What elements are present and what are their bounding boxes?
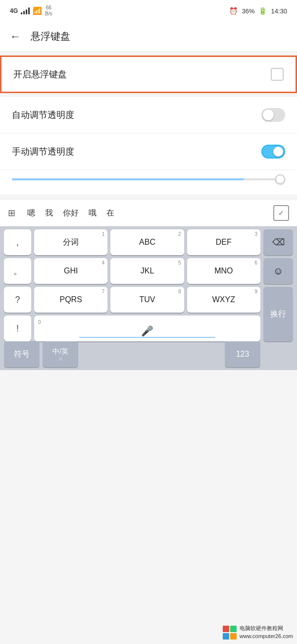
setting-row-enable-floating[interactable]: 开启悬浮键盘 <box>0 55 297 93</box>
key-label-def: DEF <box>216 238 232 247</box>
keyboard-grid: , 。 ? ! 1 <box>0 226 297 370</box>
key-def[interactable]: 3 DEF <box>187 229 260 255</box>
question-label: ? <box>15 295 20 305</box>
key-label-mno: MNO <box>214 267 233 275</box>
speed-indicator: 66 B/s <box>45 5 52 17</box>
num-switch-label: 123 <box>236 350 249 359</box>
key-num-7: 7 <box>102 289 105 294</box>
key-delete[interactable]: ⌫ <box>263 229 293 255</box>
slider-track[interactable] <box>12 178 285 180</box>
key-jkl[interactable]: 5 JKL <box>110 258 184 284</box>
enter-label: 换行 <box>270 309 286 320</box>
space-filler <box>81 341 222 367</box>
status-right: ⏰ 36% 🔋 14:30 <box>229 7 287 15</box>
key-num-3: 3 <box>254 231 257 237</box>
enable-floating-label: 开启悬浮键盘 <box>13 68 67 80</box>
keyboard-main: , 。 ? ! 1 <box>4 229 293 341</box>
key-fenci[interactable]: 1 分词 <box>34 229 107 255</box>
key-space[interactable]: 0 🎤 <box>34 316 260 341</box>
key-label-wxyz: WXYZ <box>212 295 235 304</box>
key-left-col: , 。 ? ! <box>4 229 31 341</box>
keyboard-bottom-row: 符号 中/英 Ai 123 <box>4 341 293 367</box>
lang-switch-label: 中/英 <box>52 347 68 356</box>
clock-time: 14:30 <box>271 7 287 15</box>
setting-row-auto-transparency[interactable]: 自动调节透明度 <box>0 97 297 133</box>
battery-icon: 🔋 <box>258 7 267 15</box>
ai-sublabel: Ai <box>58 356 62 361</box>
delete-icon: ⌫ <box>272 237 285 248</box>
auto-transparency-toggle[interactable] <box>261 108 285 122</box>
suggestion-bar: ⊞ 嗯 我 你好 哦 在 ✓ <box>0 200 297 226</box>
key-period[interactable]: 。 <box>4 258 31 284</box>
key-row-3: 7 PQRS 8 TUV 9 WXYZ <box>34 287 260 313</box>
alarm-icon: ⏰ <box>229 7 238 15</box>
key-label-abc: ABC <box>139 238 155 247</box>
watermark-text-block: 电脑软硬件教程网 www.computer26.com <box>240 625 293 640</box>
slider-thumb[interactable] <box>275 174 285 184</box>
suggestion-item-3[interactable]: 你好 <box>58 206 84 220</box>
signal-4g: 4G <box>10 7 18 14</box>
page-title: 悬浮键盘 <box>31 30 70 43</box>
key-num-8: 8 <box>178 289 181 294</box>
key-lang-switch[interactable]: 中/英 Ai <box>43 341 78 367</box>
slider-fill <box>12 178 244 180</box>
windows-logo <box>223 626 237 640</box>
key-label-fenci: 分词 <box>63 237 79 248</box>
key-comma[interactable]: , <box>4 229 31 255</box>
key-abc[interactable]: 2 ABC <box>110 229 184 255</box>
suggestion-item-2[interactable]: 我 <box>40 206 58 220</box>
win-tile-green <box>230 626 237 632</box>
key-label-tuv: TUV <box>139 295 155 304</box>
period-label: 。 <box>13 265 22 277</box>
keyboard-center: 1 分词 2 ABC 3 DEF <box>34 229 260 341</box>
key-row-1: 1 分词 2 ABC 3 DEF <box>34 229 260 255</box>
key-exclaim[interactable]: ! <box>4 316 31 341</box>
key-label-jkl: JKL <box>141 267 154 275</box>
back-button[interactable]: ← <box>10 30 21 43</box>
keyboard-right-col: ⌫ ☺ 换行 <box>263 229 293 341</box>
checkmark-icon: ✓ <box>278 209 284 217</box>
key-num-1: 1 <box>102 231 105 237</box>
key-mno[interactable]: 6 MNO <box>187 258 260 284</box>
watermark-site-url: www.computer26.com <box>240 633 293 640</box>
auto-transparency-label: 自动调节透明度 <box>12 109 74 121</box>
key-num-6: 6 <box>254 260 257 266</box>
wifi-icon: 📶 <box>33 6 42 15</box>
settings-content: 开启悬浮键盘 自动调节透明度 手动调节透明度 ⊞ 嗯 我 你好 哦 在 ✓ <box>0 55 297 370</box>
key-pqrs[interactable]: 7 PQRS <box>34 287 107 313</box>
win-tile-blue <box>223 633 229 640</box>
key-ghi[interactable]: 4 GHI <box>34 258 107 284</box>
status-left: 4G 📶 66 B/s <box>10 5 52 17</box>
key-num-5: 5 <box>178 260 181 266</box>
key-emoji[interactable]: ☺ <box>263 258 293 284</box>
key-tuv[interactable]: 8 TUV <box>110 287 184 313</box>
keyboard-section: ⊞ 嗯 我 你好 哦 在 ✓ , 。 <box>0 200 297 370</box>
key-num-9: 9 <box>254 289 257 294</box>
win-tile-yellow <box>230 633 237 640</box>
enable-floating-checkbox[interactable] <box>271 68 284 81</box>
key-num-switch[interactable]: 123 <box>225 341 260 367</box>
key-row-2: 4 GHI 5 JKL 6 MNO <box>34 258 260 284</box>
comma-label: , <box>16 237 19 248</box>
key-num-4: 4 <box>102 260 105 266</box>
suggestion-item-4[interactable]: 哦 <box>84 206 101 220</box>
suggestion-item-1[interactable]: 嗯 <box>22 206 40 220</box>
bottom-right-filler <box>263 341 293 367</box>
mic-icon: 🎤 <box>141 325 153 337</box>
suggestion-grid-icon[interactable]: ⊞ <box>8 208 15 218</box>
suggestion-item-5[interactable]: 在 <box>101 206 119 220</box>
setting-row-manual-transparency[interactable]: 手动调节透明度 <box>0 134 297 169</box>
watermark-site-name: 电脑软硬件教程网 <box>240 625 293 632</box>
watermark: 电脑软硬件教程网 www.computer26.com <box>223 625 293 640</box>
key-label-pqrs: PQRS <box>59 295 82 304</box>
key-enter[interactable]: 换行 <box>263 287 293 341</box>
key-symbol-switch[interactable]: 符号 <box>4 341 40 367</box>
manual-transparency-toggle[interactable] <box>261 145 285 159</box>
signal-bars <box>21 7 30 14</box>
key-question[interactable]: ? <box>4 287 31 313</box>
key-num-2: 2 <box>178 231 181 237</box>
space-underline <box>79 337 215 338</box>
key-label-ghi: GHI <box>64 267 78 275</box>
suggestion-confirm-button[interactable]: ✓ <box>273 205 289 221</box>
key-wxyz[interactable]: 9 WXYZ <box>187 287 260 313</box>
